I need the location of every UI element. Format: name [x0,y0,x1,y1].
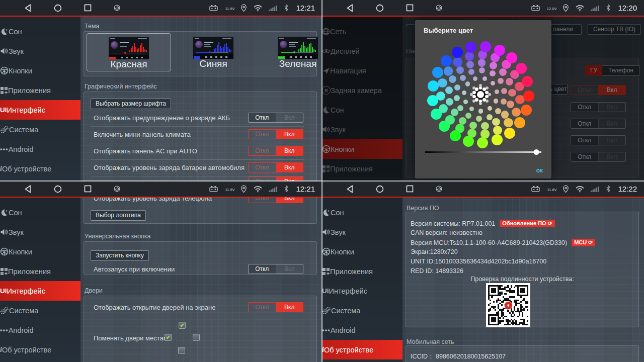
app-icon[interactable] [436,186,442,192]
sidebar-item-ui[interactable]: UIИнтерфейс [0,281,80,301]
back-icon[interactable] [346,185,354,193]
color-dot[interactable] [444,66,453,75]
door-checkbox[interactable] [193,334,200,341]
toggle-on-option[interactable]: Вкл [276,163,303,172]
update-badge[interactable]: MCU ⟳ [572,239,595,246]
recents-icon[interactable] [406,4,414,12]
toggle-on-option[interactable]: Вкл [276,113,303,122]
recents-icon[interactable] [84,185,92,193]
color-dot[interactable] [498,78,504,84]
recents-icon[interactable] [84,4,92,12]
toggle-on-option[interactable]: Вкл [276,130,303,139]
toggle-on[interactable]: ОтклВкл [248,129,303,139]
color-dot[interactable] [521,105,532,116]
update-badge[interactable]: Обновление ПО ⟳ [500,220,555,227]
back-icon[interactable] [24,185,32,193]
color-dot[interactable] [445,86,453,94]
color-dot[interactable] [439,121,450,132]
color-dot[interactable] [453,57,462,66]
toggle-off-option[interactable]: Откл [249,264,276,274]
logo-select-button[interactable]: Выбор логотипа [91,210,146,221]
color-dot[interactable] [514,117,525,128]
recents-icon[interactable] [406,185,414,193]
color-dot[interactable] [427,95,438,106]
sidebar-item-gears[interactable]: Система [0,301,80,320]
color-dot[interactable] [469,107,474,111]
color-dot[interactable] [476,116,482,122]
sidebar-item-dots[interactable]: •••Android [0,139,80,159]
sidebar-item-dots[interactable]: •••Android [0,320,80,340]
toggle-off-option[interactable]: Откл [249,113,276,122]
app-icon[interactable] [436,5,442,11]
color-dot[interactable] [456,66,464,74]
sidebar-item-steering[interactable]: Кнопки [0,242,80,261]
sidebar-item-moon[interactable]: zСон [0,22,80,41]
color-dot[interactable] [450,130,461,141]
toggle-off-option[interactable]: Откл [249,130,276,139]
sidebar-item-info[interactable]: iОб устройстве [322,340,403,359]
color-dot[interactable] [465,52,474,61]
color-dot[interactable] [463,136,474,147]
theme-card-1[interactable]: Красная [87,33,171,71]
home-icon[interactable] [376,4,384,12]
launch-button[interactable]: Запустить кнопку [91,250,149,261]
color-dot[interactable] [504,118,513,127]
sidebar-item-steering[interactable]: Кнопки [0,61,80,80]
color-dot[interactable] [516,63,527,74]
color-dot[interactable] [494,99,498,103]
sidebar-item-moon[interactable]: zСон [322,203,403,222]
door-checkbox[interactable]: ✔ [179,322,186,329]
back-icon[interactable] [24,4,32,12]
color-dot[interactable] [504,128,515,139]
sidebar-item-dots[interactable]: •••Android [322,320,403,340]
color-dot[interactable] [468,69,474,75]
color-dot[interactable] [462,90,466,95]
color-dot[interactable] [449,75,456,83]
app-icon[interactable] [114,186,120,192]
color-dot[interactable] [495,108,501,114]
home-icon[interactable] [54,185,62,193]
door-checkbox[interactable]: ✔ [165,334,172,341]
color-dot[interactable] [492,134,503,145]
sidebar-item-sound[interactable]: Звук [322,222,403,242]
color-dot[interactable] [469,122,477,129]
color-dot[interactable] [488,106,492,111]
color-dot[interactable] [491,81,495,85]
color-dot[interactable] [507,101,514,108]
color-dot[interactable] [490,62,497,69]
color-dot[interactable] [499,68,507,76]
sidebar-item-sound[interactable]: Звук [0,222,80,242]
color-dot[interactable] [512,108,521,117]
color-dot[interactable] [490,70,496,76]
color-dot[interactable] [477,137,488,148]
sidebar-item-steering[interactable]: Кнопки [322,242,403,261]
color-dot[interactable] [495,89,499,94]
color-dot[interactable] [457,105,463,111]
toggle-on[interactable]: ОтклВкл [248,146,303,156]
font-size-button[interactable]: Выбрать размер шрифта [91,99,171,109]
sidebar-item-moon[interactable]: zСон [0,203,80,222]
sidebar-item-sound[interactable]: Звук [0,41,80,61]
color-dot[interactable] [466,61,474,68]
sidebar-item-gears[interactable]: Система [0,120,80,139]
color-dot[interactable] [478,59,486,66]
toggle-on-option[interactable]: Вкл [276,146,303,155]
color-dot[interactable] [441,55,452,66]
back-icon[interactable] [346,4,354,12]
color-dot[interactable] [480,41,491,52]
color-dot[interactable] [501,88,507,94]
toggle-off-option[interactable]: Откл [249,303,276,312]
toggle-on-option[interactable]: Вкл [276,303,303,312]
toggle-off-option[interactable]: Откл [249,163,276,172]
sidebar-item-info[interactable]: iОб устройстве [0,340,80,359]
slider-thumb[interactable] [534,149,539,155]
toggle-on[interactable]: ОтклВкл [248,302,303,312]
home-icon[interactable] [376,185,384,193]
color-dot[interactable] [428,80,439,92]
color-dot[interactable] [463,100,468,104]
color-dot[interactable] [481,122,489,130]
color-dot[interactable] [473,76,477,81]
color-dot[interactable] [460,75,466,81]
sidebar-item-ui[interactable]: UIИнтерфейс [0,100,80,120]
color-dot[interactable] [508,89,516,97]
